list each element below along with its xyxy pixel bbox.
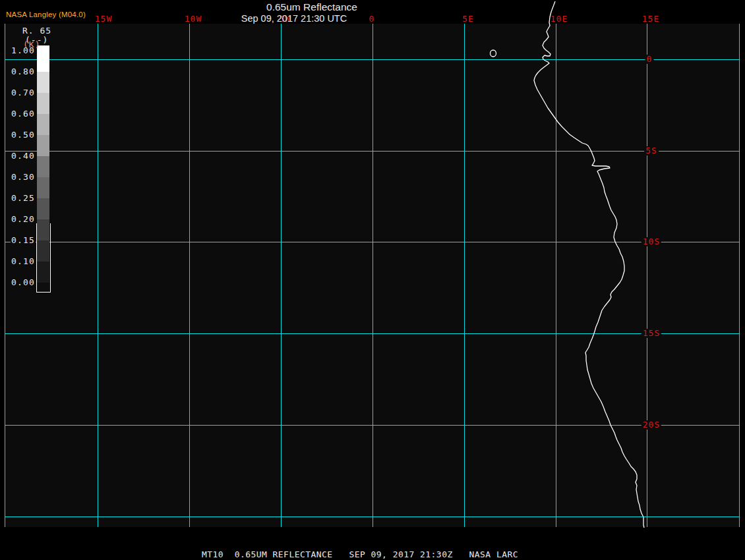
colorbar-segment [37,156,49,177]
colorbar-segment [37,93,49,114]
lon-label-10W: 10W [185,14,202,23]
colorbar-tick: 0.40 [5,152,36,161]
lat-label-10S: 10S [641,237,661,246]
lon-label-15W: 15W [95,14,112,23]
colorbar-tick-label: 0.00 [11,278,36,287]
lat-label-15S: 15S [641,329,661,338]
map-title: 0.65um Reflectance [266,1,357,13]
lat-label-20S: 20S [641,420,661,430]
credit-label: NASA Langley (M04.0) [6,11,86,18]
colorbar-title: R. 65 [22,26,51,35]
colorbar-tick: 0.80 [5,67,36,76]
lon-label-10E: 10E [551,14,568,23]
colorbar-outline [36,223,51,293]
colorbar-tick: 0.10 [5,257,36,266]
colorbar-segment [37,177,49,198]
lon-label-15E: 15E [642,14,659,23]
lon-label-0: 0 [369,14,375,23]
colorbar-tick-label: 0.40 [11,152,36,161]
colorbar-tick: 0.30 [5,173,36,182]
colorbar-tick-label: 0.50 [11,130,36,140]
island-outline [491,50,496,57]
colorbar-tick: 0.25 [5,194,36,203]
lon-label-5E: 5E [462,14,474,23]
colorbar-units-overlay: (K) [23,40,40,49]
colorbar-segment [37,198,49,219]
colorbar-tick-label: 0.25 [11,194,36,203]
colorbar-segment [37,72,49,93]
map-subtitle: Sep 09, 2017 21:30 UTC [241,13,347,24]
colorbar-tick: 0.00 [5,278,36,287]
colorbar-tick-label: 0.70 [11,88,36,98]
colorbar-tick-label: 0.10 [11,257,36,266]
coastline-path [534,1,644,528]
colorbar-tick-label: 0.60 [11,109,36,119]
colorbar-tick-label: 0.30 [11,173,36,182]
colorbar-tick: 0.50 [5,130,36,140]
colorbar-tick: 0.20 [5,215,36,224]
footer-caption: MT10 0.65UM REFLECTANCE SEP 09, 2017 21:… [0,549,720,559]
colorbar-tick: 0.70 [5,88,36,98]
lat-label-0: 0 [645,55,654,64]
colorbar-tick-label: 0.20 [11,215,36,224]
colorbar-segment [37,114,49,135]
colorbar-segment [37,135,49,156]
colorbar-segment [37,45,49,72]
colorbar-tick-label: 0.15 [11,236,36,245]
colorbar-tick: 0.60 [5,109,36,119]
colorbar-tick-label: 0.80 [11,67,36,76]
lat-label-5S: 5S [644,146,659,155]
graticule-svg [0,0,745,560]
colorbar-tick: 0.15 [5,236,36,245]
